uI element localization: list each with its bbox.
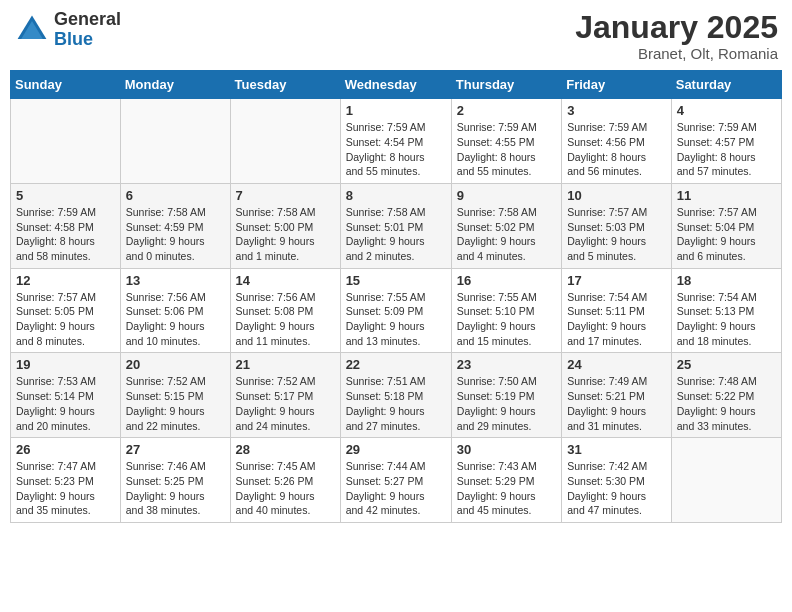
calendar-cell: 31Sunrise: 7:42 AM Sunset: 5:30 PM Dayli… xyxy=(562,438,672,523)
day-info: Sunrise: 7:54 AM Sunset: 5:11 PM Dayligh… xyxy=(567,290,666,349)
calendar-cell xyxy=(120,99,230,184)
day-number: 17 xyxy=(567,273,666,288)
day-number: 18 xyxy=(677,273,776,288)
calendar-cell: 28Sunrise: 7:45 AM Sunset: 5:26 PM Dayli… xyxy=(230,438,340,523)
day-number: 28 xyxy=(236,442,335,457)
day-number: 27 xyxy=(126,442,225,457)
calendar-cell: 11Sunrise: 7:57 AM Sunset: 5:04 PM Dayli… xyxy=(671,183,781,268)
day-number: 2 xyxy=(457,103,556,118)
day-info: Sunrise: 7:57 AM Sunset: 5:05 PM Dayligh… xyxy=(16,290,115,349)
day-number: 19 xyxy=(16,357,115,372)
calendar-cell: 23Sunrise: 7:50 AM Sunset: 5:19 PM Dayli… xyxy=(451,353,561,438)
day-info: Sunrise: 7:58 AM Sunset: 4:59 PM Dayligh… xyxy=(126,205,225,264)
day-number: 25 xyxy=(677,357,776,372)
title-block: January 2025 Branet, Olt, Romania xyxy=(575,10,778,62)
calendar-cell: 12Sunrise: 7:57 AM Sunset: 5:05 PM Dayli… xyxy=(11,268,121,353)
day-number: 14 xyxy=(236,273,335,288)
calendar-cell: 29Sunrise: 7:44 AM Sunset: 5:27 PM Dayli… xyxy=(340,438,451,523)
day-info: Sunrise: 7:57 AM Sunset: 5:03 PM Dayligh… xyxy=(567,205,666,264)
calendar-cell: 10Sunrise: 7:57 AM Sunset: 5:03 PM Dayli… xyxy=(562,183,672,268)
day-info: Sunrise: 7:54 AM Sunset: 5:13 PM Dayligh… xyxy=(677,290,776,349)
calendar-week-row: 1Sunrise: 7:59 AM Sunset: 4:54 PM Daylig… xyxy=(11,99,782,184)
calendar-cell xyxy=(671,438,781,523)
calendar-cell: 2Sunrise: 7:59 AM Sunset: 4:55 PM Daylig… xyxy=(451,99,561,184)
day-info: Sunrise: 7:59 AM Sunset: 4:56 PM Dayligh… xyxy=(567,120,666,179)
logo-icon xyxy=(14,12,50,48)
calendar-cell: 18Sunrise: 7:54 AM Sunset: 5:13 PM Dayli… xyxy=(671,268,781,353)
day-info: Sunrise: 7:57 AM Sunset: 5:04 PM Dayligh… xyxy=(677,205,776,264)
calendar-cell: 20Sunrise: 7:52 AM Sunset: 5:15 PM Dayli… xyxy=(120,353,230,438)
calendar-cell: 17Sunrise: 7:54 AM Sunset: 5:11 PM Dayli… xyxy=(562,268,672,353)
day-info: Sunrise: 7:55 AM Sunset: 5:09 PM Dayligh… xyxy=(346,290,446,349)
day-info: Sunrise: 7:59 AM Sunset: 4:58 PM Dayligh… xyxy=(16,205,115,264)
calendar-cell: 27Sunrise: 7:46 AM Sunset: 5:25 PM Dayli… xyxy=(120,438,230,523)
weekday-header-wednesday: Wednesday xyxy=(340,71,451,99)
calendar-cell: 26Sunrise: 7:47 AM Sunset: 5:23 PM Dayli… xyxy=(11,438,121,523)
page-header: General Blue January 2025 Branet, Olt, R… xyxy=(10,10,782,62)
day-number: 15 xyxy=(346,273,446,288)
day-info: Sunrise: 7:59 AM Sunset: 4:54 PM Dayligh… xyxy=(346,120,446,179)
day-info: Sunrise: 7:43 AM Sunset: 5:29 PM Dayligh… xyxy=(457,459,556,518)
day-number: 22 xyxy=(346,357,446,372)
logo-blue-text: Blue xyxy=(54,29,93,49)
logo-general-text: General xyxy=(54,9,121,29)
day-info: Sunrise: 7:45 AM Sunset: 5:26 PM Dayligh… xyxy=(236,459,335,518)
day-info: Sunrise: 7:46 AM Sunset: 5:25 PM Dayligh… xyxy=(126,459,225,518)
day-info: Sunrise: 7:52 AM Sunset: 5:15 PM Dayligh… xyxy=(126,374,225,433)
day-number: 23 xyxy=(457,357,556,372)
day-number: 29 xyxy=(346,442,446,457)
calendar-cell: 22Sunrise: 7:51 AM Sunset: 5:18 PM Dayli… xyxy=(340,353,451,438)
day-number: 20 xyxy=(126,357,225,372)
calendar-cell xyxy=(11,99,121,184)
calendar-cell: 6Sunrise: 7:58 AM Sunset: 4:59 PM Daylig… xyxy=(120,183,230,268)
day-number: 10 xyxy=(567,188,666,203)
day-number: 12 xyxy=(16,273,115,288)
calendar-cell: 15Sunrise: 7:55 AM Sunset: 5:09 PM Dayli… xyxy=(340,268,451,353)
day-info: Sunrise: 7:55 AM Sunset: 5:10 PM Dayligh… xyxy=(457,290,556,349)
calendar-cell: 1Sunrise: 7:59 AM Sunset: 4:54 PM Daylig… xyxy=(340,99,451,184)
day-info: Sunrise: 7:44 AM Sunset: 5:27 PM Dayligh… xyxy=(346,459,446,518)
calendar-cell: 5Sunrise: 7:59 AM Sunset: 4:58 PM Daylig… xyxy=(11,183,121,268)
calendar-cell: 3Sunrise: 7:59 AM Sunset: 4:56 PM Daylig… xyxy=(562,99,672,184)
day-number: 21 xyxy=(236,357,335,372)
calendar-cell: 19Sunrise: 7:53 AM Sunset: 5:14 PM Dayli… xyxy=(11,353,121,438)
day-info: Sunrise: 7:51 AM Sunset: 5:18 PM Dayligh… xyxy=(346,374,446,433)
calendar-week-row: 19Sunrise: 7:53 AM Sunset: 5:14 PM Dayli… xyxy=(11,353,782,438)
day-info: Sunrise: 7:52 AM Sunset: 5:17 PM Dayligh… xyxy=(236,374,335,433)
day-number: 26 xyxy=(16,442,115,457)
day-info: Sunrise: 7:53 AM Sunset: 5:14 PM Dayligh… xyxy=(16,374,115,433)
day-number: 7 xyxy=(236,188,335,203)
day-number: 8 xyxy=(346,188,446,203)
day-number: 1 xyxy=(346,103,446,118)
weekday-header-thursday: Thursday xyxy=(451,71,561,99)
weekday-header-monday: Monday xyxy=(120,71,230,99)
calendar-cell: 21Sunrise: 7:52 AM Sunset: 5:17 PM Dayli… xyxy=(230,353,340,438)
day-number: 24 xyxy=(567,357,666,372)
weekday-header-row: SundayMondayTuesdayWednesdayThursdayFrid… xyxy=(11,71,782,99)
calendar-cell: 30Sunrise: 7:43 AM Sunset: 5:29 PM Dayli… xyxy=(451,438,561,523)
day-number: 6 xyxy=(126,188,225,203)
calendar-cell: 4Sunrise: 7:59 AM Sunset: 4:57 PM Daylig… xyxy=(671,99,781,184)
day-number: 5 xyxy=(16,188,115,203)
calendar-cell: 7Sunrise: 7:58 AM Sunset: 5:00 PM Daylig… xyxy=(230,183,340,268)
weekday-header-sunday: Sunday xyxy=(11,71,121,99)
month-title: January 2025 xyxy=(575,10,778,45)
day-number: 13 xyxy=(126,273,225,288)
day-number: 31 xyxy=(567,442,666,457)
calendar-week-row: 26Sunrise: 7:47 AM Sunset: 5:23 PM Dayli… xyxy=(11,438,782,523)
weekday-header-saturday: Saturday xyxy=(671,71,781,99)
day-info: Sunrise: 7:58 AM Sunset: 5:02 PM Dayligh… xyxy=(457,205,556,264)
calendar-cell: 25Sunrise: 7:48 AM Sunset: 5:22 PM Dayli… xyxy=(671,353,781,438)
day-info: Sunrise: 7:49 AM Sunset: 5:21 PM Dayligh… xyxy=(567,374,666,433)
day-number: 4 xyxy=(677,103,776,118)
calendar-cell: 13Sunrise: 7:56 AM Sunset: 5:06 PM Dayli… xyxy=(120,268,230,353)
calendar-week-row: 12Sunrise: 7:57 AM Sunset: 5:05 PM Dayli… xyxy=(11,268,782,353)
weekday-header-tuesday: Tuesday xyxy=(230,71,340,99)
day-info: Sunrise: 7:42 AM Sunset: 5:30 PM Dayligh… xyxy=(567,459,666,518)
calendar-cell: 24Sunrise: 7:49 AM Sunset: 5:21 PM Dayli… xyxy=(562,353,672,438)
calendar-cell: 16Sunrise: 7:55 AM Sunset: 5:10 PM Dayli… xyxy=(451,268,561,353)
day-number: 16 xyxy=(457,273,556,288)
day-info: Sunrise: 7:58 AM Sunset: 5:01 PM Dayligh… xyxy=(346,205,446,264)
day-info: Sunrise: 7:48 AM Sunset: 5:22 PM Dayligh… xyxy=(677,374,776,433)
weekday-header-friday: Friday xyxy=(562,71,672,99)
